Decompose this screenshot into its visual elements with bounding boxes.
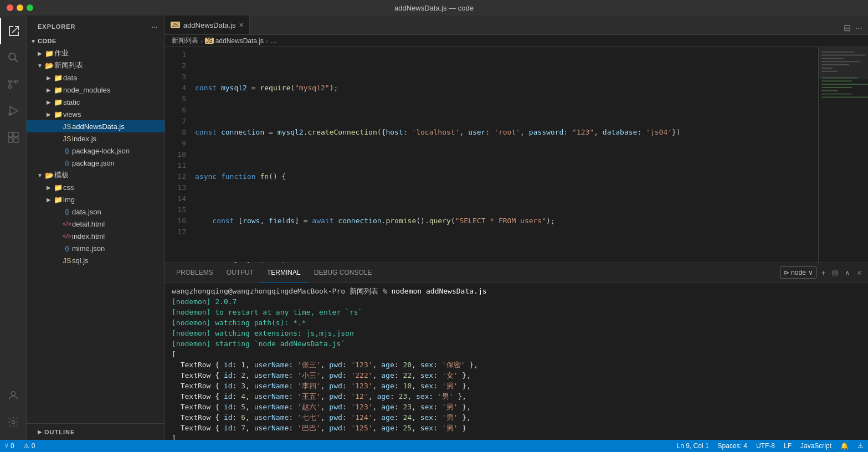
tab-terminal[interactable]: TERMINAL: [260, 263, 307, 282]
file-icon-indexjs: JS: [62, 134, 72, 143]
tree-label-node-modules: node_modules: [63, 86, 165, 94]
status-branch-label: 0: [11, 442, 14, 450]
tree-root-code[interactable]: ▼ CODE: [27, 35, 165, 47]
sidebar-item-css[interactable]: ▶ 📁 css: [27, 181, 165, 193]
status-warning[interactable]: ⚠: [853, 440, 868, 452]
terminal-maximize-icon[interactable]: ∧: [843, 268, 852, 278]
tab-problems[interactable]: PROBLEMS: [170, 263, 220, 282]
sidebar-item-indexhtml[interactable]: </> index.html: [27, 230, 165, 242]
status-spaces[interactable]: Spaces: 4: [713, 440, 752, 452]
add-terminal-icon[interactable]: +: [819, 268, 828, 278]
editor-terminal-container: 1 2 3 4 5 6 7 8 9 10 11 12 13 14 15 16 1: [165, 47, 868, 440]
sidebar-item-indexjs[interactable]: JS index.js: [27, 132, 165, 145]
more-actions-icon[interactable]: ···: [854, 22, 864, 34]
svg-rect-6: [8, 132, 13, 137]
folder-icon-views: 📁: [53, 110, 63, 119]
ln-7: 7: [165, 116, 186, 127]
sidebar-item-node-modules[interactable]: ▶ 📁 node_modules: [27, 84, 165, 96]
sidebar-item-zuoye[interactable]: ▶ 📁 作业: [27, 47, 165, 59]
file-icon-indexhtml: </>: [62, 232, 72, 240]
ln-6: 6: [165, 105, 186, 116]
terminal-output[interactable]: wangzhongqing@wangzhongqingdeMacBook-Pro…: [165, 282, 868, 440]
explorer-activity-icon[interactable]: [0, 18, 27, 44]
outline-section[interactable]: ▶ OUTLINE: [27, 423, 165, 440]
tab-debug-console[interactable]: DEBUG CONSOLE: [307, 263, 379, 282]
sidebar-item-moban[interactable]: ▼ 📂 模板: [27, 169, 165, 181]
sidebar-item-detailhtml[interactable]: </> detail.html: [27, 218, 165, 230]
terminal-line-row3: TextRow { id: 3, userName: '李四', pwd: '1…: [172, 381, 861, 391]
terminal-line-row7: TextRow { id: 7, userName: '巴巴', pwd: '1…: [172, 423, 861, 433]
status-encoding[interactable]: UTF-8: [752, 440, 779, 452]
close-button[interactable]: [7, 4, 13, 11]
status-errors[interactable]: ⚠ 0: [19, 440, 40, 452]
breadcrumb: 新闻列表 › JS addNewsData.js › …: [165, 35, 868, 47]
terminal-line-bracket-open: [: [172, 349, 861, 359]
file-icon-detailhtml: </>: [62, 219, 72, 228]
extensions-activity-icon[interactable]: [0, 124, 27, 151]
sidebar-item-img[interactable]: ▶ 📁 img: [27, 193, 165, 206]
svg-rect-23: [821, 87, 852, 88]
status-language[interactable]: JavaScript: [796, 440, 836, 452]
maximize-button[interactable]: [27, 4, 33, 11]
svg-line-1: [14, 59, 18, 63]
terminal-shell-selector[interactable]: ⊳ node ∨: [780, 266, 817, 279]
sidebar-item-mimejson[interactable]: {} mime.json: [27, 242, 165, 254]
ln-10: 10: [165, 149, 186, 160]
tab-close-button[interactable]: ×: [239, 20, 244, 29]
code-editor[interactable]: 1 2 3 4 5 6 7 8 9 10 11 12 13 14 15 16 1: [165, 47, 868, 263]
status-encoding-label: UTF-8: [756, 442, 775, 450]
accounts-activity-icon[interactable]: [0, 382, 27, 409]
sidebar-item-data[interactable]: ▶ 📁 data: [27, 71, 165, 84]
breadcrumb-file-item[interactable]: JS addNewsData.js: [205, 37, 264, 45]
status-bell[interactable]: 🔔: [836, 440, 853, 452]
svg-point-0: [9, 53, 16, 60]
file-icon-sqljs: JS: [62, 256, 72, 265]
sidebar-item-addnewsdata[interactable]: JS addNewsData.js: [27, 120, 165, 132]
source-control-activity-icon[interactable]: [0, 71, 27, 97]
terminal-line-row5: TextRow { id: 5, userName: '赵六', pwd: '1…: [172, 402, 861, 412]
sidebar-more-icon[interactable]: ···: [151, 22, 158, 31]
status-language-label: JavaScript: [800, 442, 831, 450]
svg-rect-7: [14, 132, 18, 137]
tab-output[interactable]: OUTPUT: [220, 263, 260, 282]
sidebar-item-static[interactable]: ▶ 📁 static: [27, 96, 165, 108]
chevron-down-icon: ∨: [808, 269, 813, 276]
folder-icon-moban: 📂: [44, 171, 54, 179]
settings-activity-icon[interactable]: [0, 409, 27, 435]
split-terminal-icon[interactable]: ⊟: [830, 268, 840, 278]
sidebar-item-sqljs[interactable]: JS sql.js: [27, 254, 165, 266]
breadcrumb-file[interactable]: addNewsData.js: [215, 37, 264, 45]
code-content[interactable]: const mysql2 = require("mysql2"); const …: [193, 47, 818, 263]
sidebar-item-package[interactable]: {} package.json: [27, 157, 165, 169]
tree-label-pkglock: package-lock.json: [72, 147, 165, 155]
svg-point-11: [12, 420, 15, 424]
sidebar-item-datajson[interactable]: {} data.json: [27, 206, 165, 218]
status-spaces-label: Spaces: 4: [718, 442, 747, 450]
status-branch[interactable]: ⑂ 0: [0, 440, 19, 452]
tree-label-datajson: data.json: [72, 208, 165, 216]
split-editor-icon[interactable]: ⊟: [843, 22, 852, 34]
tree-arrow-img: ▶: [44, 197, 53, 203]
minimize-button[interactable]: [17, 4, 23, 11]
search-activity-icon[interactable]: [0, 44, 27, 71]
sidebar-item-views[interactable]: ▶ 📁 views: [27, 108, 165, 120]
ln-8: 8: [165, 127, 186, 138]
tree-arrow-static: ▶: [44, 99, 53, 105]
folder-icon-css: 📁: [53, 183, 63, 192]
ln-1: 1: [165, 49, 186, 60]
svg-point-10: [11, 392, 15, 396]
status-eol[interactable]: LF: [779, 440, 796, 452]
ln-14: 14: [165, 193, 186, 204]
folder-icon-zuoye: 📁: [44, 49, 54, 58]
terminal-close-icon[interactable]: ×: [855, 268, 864, 278]
tab-bar: JS addNewsData.js × ⊟ ···: [165, 16, 868, 35]
breadcrumb-folder[interactable]: 新闻列表: [172, 36, 198, 45]
status-bar-right: Ln 9, Col 1 Spaces: 4 UTF-8 LF JavaScrip…: [672, 440, 868, 452]
sidebar-item-packagelock[interactable]: {} package-lock.json: [27, 145, 165, 157]
sidebar-item-xinwenliebiao[interactable]: ▼ 📂 新闻列表: [27, 59, 165, 71]
tab-addnewsdata[interactable]: JS addNewsData.js ×: [165, 16, 250, 34]
activity-bar: [0, 16, 27, 440]
status-position[interactable]: Ln 9, Col 1: [672, 440, 713, 452]
breadcrumb-more[interactable]: …: [270, 37, 277, 45]
run-activity-icon[interactable]: [0, 97, 27, 124]
